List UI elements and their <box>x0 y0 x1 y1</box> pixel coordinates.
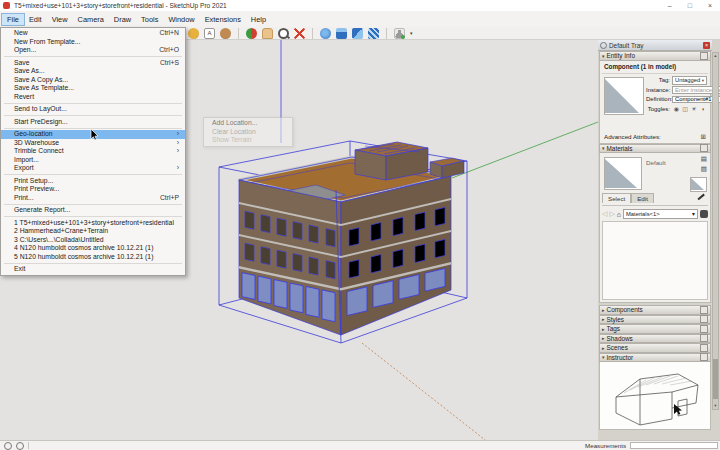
geo-submenu-item-show-terrain[interactable]: Show Terrain <box>204 136 292 145</box>
window-controls: – □ × <box>668 0 720 11</box>
menu-item-export[interactable]: Export› <box>1 164 185 173</box>
entity-info-header[interactable]: ▾ Entity Info <box>599 51 711 61</box>
menu-item-save-as[interactable]: Save As... <box>1 67 185 76</box>
receive-shadows-toggle-icon[interactable]: ◑ <box>698 106 707 112</box>
materials-header[interactable]: ▾ Materials <box>599 144 711 154</box>
tray-title-bar[interactable]: Default Tray × <box>598 40 712 51</box>
instructor-detach-button[interactable] <box>700 353 708 361</box>
paint-bucket-detail-icon[interactable] <box>700 210 708 218</box>
paint-bucket-icon[interactable] <box>188 28 199 39</box>
collapsed-arrow-icon: ▸ <box>602 335 605 341</box>
menu-extensions[interactable]: Extensions <box>200 14 246 25</box>
menu-window[interactable]: Window <box>163 14 199 25</box>
sign-in-dropdown-icon[interactable]: ▾ <box>410 30 413 36</box>
geo-submenu-item-add-location[interactable]: Add Location... <box>204 119 292 128</box>
menu-item-5-n120-humboldt-cosmos-archive-10-12-21-1[interactable]: 5 N120 humboldt cosmos archive 10.12.21 … <box>1 253 185 262</box>
tab-select[interactable]: Select <box>602 193 631 203</box>
zoom-extents-icon[interactable] <box>294 28 305 39</box>
section-detach-button[interactable] <box>700 306 708 314</box>
menu-item-trimble-connect[interactable]: Trimble Connect› <box>1 147 185 156</box>
section-tags[interactable]: ▸Tags <box>599 324 711 334</box>
sign-in-icon[interactable] <box>394 28 405 39</box>
menu-item-import[interactable]: Import... <box>1 156 185 165</box>
menu-item-new[interactable]: NewCtrl+N <box>1 29 185 38</box>
hidden-toggle-icon[interactable]: ◉ <box>672 105 681 112</box>
maximize-button[interactable]: □ <box>688 0 692 11</box>
section-scenes[interactable]: ▸Scenes <box>599 343 711 353</box>
measurements-input[interactable] <box>630 442 718 449</box>
material-collection-dropdown[interactable]: Materials<1> ▾ <box>623 209 698 219</box>
toggle-terrain-icon[interactable] <box>336 28 347 39</box>
forward-arrow-icon[interactable]: ▷ <box>609 210 614 218</box>
materials-list[interactable] <box>602 221 708 300</box>
menu-item-1-t5-mixed-use-101-3-story-storefront-residential[interactable]: 1 T5+mixed+use+101+3+story+storefront+re… <box>1 219 185 228</box>
menu-item-2-hammerhead-crane-terrain[interactable]: 2 Hammerhead+Crane+Terrain <box>1 227 185 236</box>
menu-item-print[interactable]: Print...Ctrl+P <box>1 194 185 203</box>
geolocation-status-icon[interactable] <box>4 442 12 450</box>
section-detach-button[interactable] <box>700 315 708 323</box>
sample-paint-icon[interactable] <box>696 193 704 201</box>
menu-item-generate-report[interactable]: Generate Report... <box>1 206 185 215</box>
zoom-icon[interactable] <box>278 28 289 39</box>
tab-edit[interactable]: Edit <box>631 193 654 203</box>
section-detach-button[interactable] <box>700 325 708 333</box>
cast-shadows-toggle-icon[interactable]: ☀ <box>690 105 699 112</box>
tray-scrollbar[interactable]: ▴ ▾ <box>712 52 719 410</box>
locked-toggle-icon[interactable]: ◫ <box>681 105 690 112</box>
geo-submenu-item-clear-location[interactable]: Clear Location <box>204 128 292 137</box>
menu-camera[interactable]: Camera <box>73 14 109 25</box>
section-styles[interactable]: ▸Styles <box>599 315 711 325</box>
menu-item-3d-warehouse[interactable]: 3D Warehouse› <box>1 139 185 148</box>
close-button[interactable]: × <box>708 0 712 11</box>
menu-item-4-n120-humboldt-cosmos-archive-10-12-21-1[interactable]: 4 N120 humboldt cosmos archive 10.12.21 … <box>1 244 185 253</box>
menu-item-3-c-users-collada-untitled[interactable]: 3 C:\Users\...\Collada\Untitled <box>1 236 185 245</box>
menu-item-print-setup[interactable]: Print Setup... <box>1 177 185 186</box>
tray-close-button[interactable]: × <box>703 42 710 49</box>
menu-item-start-predesign[interactable]: Start PreDesign... <box>1 118 185 127</box>
menu-item-revert[interactable]: Revert <box>1 93 185 102</box>
menu-item-save-a-copy-as[interactable]: Save A Copy As... <box>1 76 185 85</box>
back-arrow-icon[interactable]: ◁ <box>602 210 607 218</box>
menu-tools[interactable]: Tools <box>136 14 163 25</box>
pin-icon[interactable] <box>600 42 607 49</box>
menu-help[interactable]: Help <box>246 14 271 25</box>
scroll-up-icon[interactable]: ▴ <box>713 53 718 59</box>
menu-item-exit[interactable]: Exit <box>1 265 185 274</box>
look-around-icon[interactable] <box>220 28 231 39</box>
scrollbar-thumb[interactable] <box>713 359 718 399</box>
section-detach-button[interactable] <box>700 344 708 352</box>
instructor-header[interactable]: ▾ Instructor <box>599 353 711 363</box>
pan-icon[interactable] <box>262 28 273 39</box>
entity-info-detach-button[interactable] <box>700 52 708 60</box>
menu-edit[interactable]: Edit <box>24 14 47 25</box>
section-components[interactable]: ▸Components <box>599 305 711 315</box>
clear-location-icon[interactable] <box>368 28 379 39</box>
photo-textures-icon[interactable] <box>352 28 363 39</box>
menu-draw[interactable]: Draw <box>109 14 136 25</box>
menu-item-save[interactable]: SaveCtrl+S <box>1 59 185 68</box>
text-icon[interactable] <box>204 28 215 39</box>
menu-item-new-from-template[interactable]: New From Template... <box>1 38 185 47</box>
submenu-arrow-icon: › <box>177 164 179 173</box>
menu-item-open[interactable]: Open...Ctrl+O <box>1 46 185 55</box>
minimize-button[interactable]: – <box>668 0 672 11</box>
scroll-down-icon[interactable]: ▾ <box>713 403 718 409</box>
tag-dropdown[interactable]: Untagged ▾ <box>672 76 707 86</box>
section-detach-button[interactable] <box>700 334 708 342</box>
menu-item-send-to-layout[interactable]: Send to LayOut... <box>1 105 185 114</box>
menu-item-save-as-template[interactable]: Save As Template... <box>1 84 185 93</box>
in-model-icon[interactable]: ⌂ <box>617 211 621 218</box>
menu-view[interactable]: View <box>47 14 73 25</box>
advanced-attributes-expand-icon[interactable]: ⊞ <box>701 133 706 141</box>
display-secondary-pane-icon[interactable]: ▤ <box>701 155 707 163</box>
section-shadows[interactable]: ▸Shadows <box>599 334 711 344</box>
menu-file[interactable]: File <box>2 14 24 25</box>
menu-item-print-preview[interactable]: Print Preview... <box>1 185 185 194</box>
claim-status-icon[interactable] <box>16 442 24 450</box>
orbit-icon[interactable] <box>246 28 257 39</box>
materials-detach-button[interactable] <box>700 144 708 152</box>
create-material-icon[interactable]: ▨ <box>701 165 707 173</box>
add-location-icon[interactable] <box>320 28 331 39</box>
menu-item-geo-location[interactable]: Geo-location› <box>1 130 185 139</box>
building-model[interactable] <box>239 142 464 335</box>
